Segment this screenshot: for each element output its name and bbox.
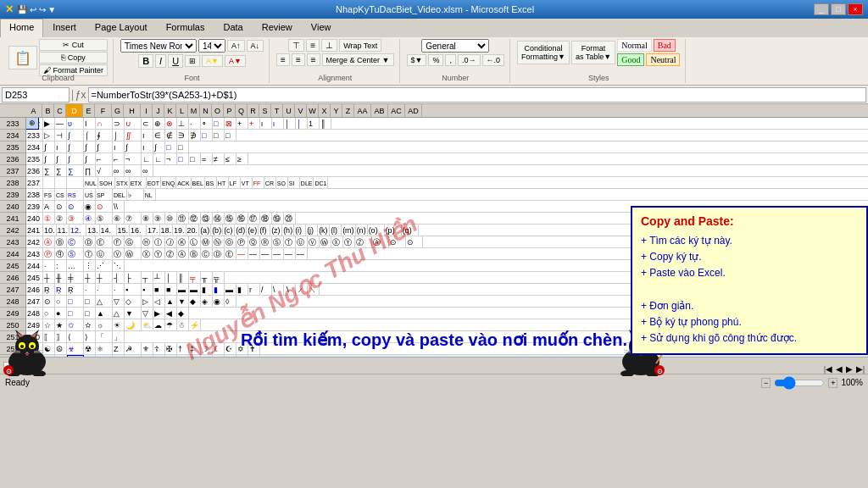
cell-J252[interactable]: ☦	[153, 343, 165, 355]
cell-X242[interactable]: (l)	[330, 225, 342, 236]
cell-R238[interactable]: CR	[264, 177, 276, 189]
cell-C239[interactable]: CS	[55, 189, 67, 201]
style-normal[interactable]: Normal	[617, 39, 652, 52]
cell-D246[interactable]: ╪	[67, 272, 84, 284]
cell-I248[interactable]: ▷	[142, 296, 153, 308]
tab-home[interactable]: Home	[0, 19, 43, 37]
cell-F236[interactable]: ⌐	[96, 153, 113, 165]
cell-D235[interactable]: ∫	[67, 141, 84, 153]
cell-G233[interactable]: ⊃	[113, 118, 125, 130]
cell-E239[interactable]: US	[84, 189, 96, 201]
cell-M236[interactable]: □	[189, 153, 201, 165]
cell-C243[interactable]: Ⓑ	[55, 236, 67, 248]
cell-A239[interactable]: 238	[26, 189, 43, 201]
cell-J246[interactable]: ┴	[153, 272, 165, 284]
cell-G250[interactable]: ☀	[113, 319, 125, 331]
cell-Q241[interactable]: ⑯	[236, 213, 248, 225]
cell-K248[interactable]: ▲	[165, 296, 177, 308]
cell-F242[interactable]: 14.	[100, 225, 117, 236]
minimize-button[interactable]: _	[814, 3, 829, 15]
cell-B234[interactable]: ▷	[43, 130, 55, 141]
cell-A247[interactable]: 246	[26, 284, 43, 296]
cell-A248[interactable]: 247	[26, 296, 43, 308]
cell-K234[interactable]: ∉	[165, 130, 177, 141]
cell-G248[interactable]: ▽	[113, 296, 125, 308]
cell-M244[interactable]: Ⓑ	[189, 248, 201, 260]
cell-Q242[interactable]: (e)	[247, 225, 259, 236]
italic-button[interactable]: I	[155, 54, 166, 68]
cell-B236[interactable]: ∫	[43, 153, 55, 165]
cell-I234[interactable]: ı	[142, 130, 153, 141]
cell-V238[interactable]: DC1	[314, 177, 328, 189]
cell-L252[interactable]: †	[177, 343, 189, 355]
cell-F239[interactable]: SP	[96, 189, 113, 201]
cell-D236[interactable]: ∫	[67, 153, 84, 165]
cell-N234[interactable]: □	[201, 130, 213, 141]
cell-C249[interactable]: ●	[55, 308, 67, 319]
cell-D248[interactable]: □	[67, 296, 84, 308]
cell-E241[interactable]: ④	[84, 213, 96, 225]
cell-I243[interactable]: Ⓗ	[142, 236, 153, 248]
cell-AA243[interactable]: Ⓩ	[355, 236, 372, 248]
font-size-select[interactable]: 14	[198, 39, 225, 53]
cell-T238[interactable]: SI	[288, 177, 300, 189]
cell-F246[interactable]: ┼	[96, 272, 113, 284]
cell-K236[interactable]: ¬	[165, 153, 177, 165]
cell-D247[interactable]: Ŗ	[67, 284, 84, 296]
paste-button[interactable]: 📋	[8, 46, 37, 69]
cell-H249[interactable]: ▼	[125, 308, 142, 319]
cell-O244[interactable]: Ⓓ	[213, 248, 225, 260]
cell-A249[interactable]: 248	[26, 308, 43, 319]
cell-I238[interactable]: EOT	[147, 177, 161, 189]
cell-O236[interactable]: ≠	[213, 153, 225, 165]
sheet-nav[interactable]: |◀ ◀ ▶ ▶|	[824, 364, 868, 374]
cell-C234[interactable]: ⊣	[55, 130, 67, 141]
cell-G235[interactable]: ı	[113, 141, 125, 153]
cell-L247[interactable]: ▬	[177, 284, 189, 296]
cell-B233[interactable]: ▶	[43, 118, 55, 130]
cell-A242[interactable]: 241	[26, 225, 43, 236]
cell-I241[interactable]: ⑧	[142, 213, 153, 225]
cell-C247[interactable]: Ŗ	[55, 284, 67, 296]
cell-F251[interactable]: 「	[96, 331, 113, 343]
cell-D244[interactable]: Ⓢ	[67, 248, 84, 260]
cell-T243[interactable]: Ⓢ	[272, 236, 284, 248]
cell-B246[interactable]: ┼	[43, 272, 55, 284]
cell-S242[interactable]: (z)	[270, 225, 282, 236]
cell-M233[interactable]: ·	[189, 118, 201, 130]
cell-W247[interactable]: ⟍	[308, 284, 320, 296]
cell-C246[interactable]: ╫	[55, 272, 67, 284]
cell-J248[interactable]: ◁	[153, 296, 165, 308]
cell-N247[interactable]: ▮	[201, 284, 213, 296]
cell-E245[interactable]: ⋮	[84, 260, 96, 272]
cell-L235[interactable]: □	[177, 141, 189, 153]
cell-K233[interactable]: ⊗	[165, 118, 177, 130]
cell-C248[interactable]: ○	[55, 296, 67, 308]
cell-E234[interactable]: ⌠	[84, 130, 96, 141]
cell-F243[interactable]: Ⓔ	[96, 236, 113, 248]
cell-O233[interactable]: □	[213, 118, 225, 130]
cell-K238[interactable]: ACK	[176, 177, 191, 189]
cell-T241[interactable]: ⑲	[272, 213, 284, 225]
tab-data[interactable]: Data	[214, 19, 252, 37]
cell-P252[interactable]: ☪	[225, 343, 236, 355]
cell-M248[interactable]: ◆	[189, 296, 201, 308]
cell-E249[interactable]: □	[84, 308, 96, 319]
cell-U244[interactable]: —	[284, 248, 296, 260]
cell-P242[interactable]: (d)	[235, 225, 247, 236]
cell-H244[interactable]: Ⓦ	[125, 248, 142, 260]
cell-D250[interactable]: ✩	[67, 319, 84, 331]
font-color-button[interactable]: A▼	[225, 55, 246, 67]
cell-C233[interactable]: —	[55, 118, 67, 130]
nav-prev[interactable]: ◀	[836, 364, 843, 374]
cell-C237[interactable]: ∑	[55, 165, 67, 177]
cell-G244[interactable]: Ⓥ	[113, 248, 125, 260]
cell-L246[interactable]: ║	[177, 272, 189, 284]
cell-O234[interactable]: □	[213, 130, 225, 141]
cell-I252[interactable]: ⚜	[142, 343, 153, 355]
cell-D238[interactable]	[67, 177, 84, 189]
cell-B243[interactable]: Ⓐ	[43, 236, 55, 248]
increase-decimal-button[interactable]: .0→	[458, 54, 481, 66]
cell-I239[interactable]: NL	[144, 189, 156, 201]
cell-Y243[interactable]: Ⓧ	[331, 236, 343, 248]
